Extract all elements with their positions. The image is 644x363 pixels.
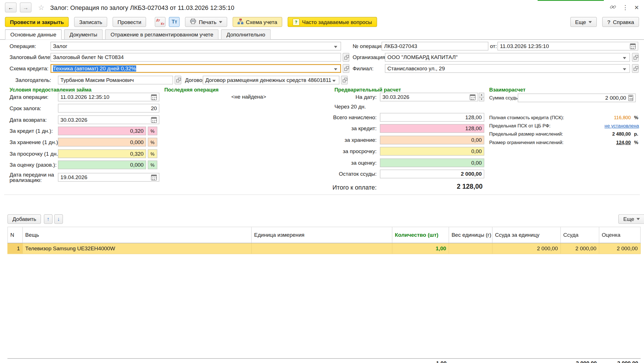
- tab-regulated-accounting[interactable]: Отражение в регламентированном учете: [105, 29, 219, 39]
- cell-n[interactable]: 1: [7, 243, 23, 254]
- column-header-unit[interactable]: Единица измерения: [251, 227, 392, 243]
- last-operation-value: <не найдена>: [164, 94, 333, 100]
- pledger-input[interactable]: Турбанов Максим Романович: [58, 76, 173, 84]
- overdue-rate-input[interactable]: 0,320: [58, 149, 146, 158]
- kebab-menu-icon[interactable]: ⋮: [622, 4, 628, 11]
- open-icon[interactable]: [343, 64, 349, 73]
- ticket-input[interactable]: Залоговый билет № СТ0834: [51, 53, 341, 62]
- column-header-loan-per-unit[interactable]: Ссуда за единицу: [493, 227, 561, 243]
- open-icon[interactable]: [175, 76, 181, 84]
- spinner-down-icon: ▼: [479, 97, 484, 101]
- cell-unit[interactable]: [251, 243, 392, 254]
- save-button[interactable]: Записать: [74, 17, 107, 27]
- accounting-scheme-button[interactable]: Схема учета: [233, 17, 282, 27]
- op-date-input[interactable]: 11.03.2026 12:35:10: [497, 42, 638, 51]
- chevron-down-icon[interactable]: [331, 77, 337, 84]
- more-button[interactable]: Еще: [570, 17, 597, 27]
- term-input[interactable]: 20: [58, 104, 159, 113]
- forward-button[interactable]: →: [20, 3, 31, 12]
- loan-balance-input[interactable]: 2 000,00: [380, 169, 484, 178]
- chevron-down-icon[interactable]: [622, 54, 628, 61]
- branch-input[interactable]: Станиславского ул., 29: [385, 64, 630, 73]
- column-header-weight[interactable]: Вес единицы (г): [449, 227, 493, 243]
- op-date-label: от:: [490, 43, 497, 49]
- calendar-icon[interactable]: [630, 43, 636, 49]
- items-more-button[interactable]: Еще: [618, 214, 644, 224]
- chevron-down-icon[interactable]: [333, 65, 339, 72]
- items-table: N Вещь Единица измерения Количество (шт)…: [7, 227, 641, 254]
- for-overdue-input[interactable]: 0,00: [380, 147, 484, 156]
- calculator-icon[interactable]: [628, 95, 633, 101]
- main-toolbar: Провести и закрыть Записать Провести ДтК…: [5, 16, 639, 28]
- open-icon[interactable]: [632, 53, 638, 62]
- total-due-value: 2 128,00: [380, 183, 483, 190]
- calendar-icon[interactable]: [151, 174, 157, 180]
- open-icon[interactable]: [632, 64, 638, 73]
- help-button[interactable]: ? Справка: [602, 17, 639, 27]
- organization-input[interactable]: ООО "ЛОМБАРД КАПИТАЛ": [385, 53, 630, 62]
- column-header-n[interactable]: N: [7, 227, 23, 243]
- tab-additional[interactable]: Дополнительно: [221, 29, 271, 39]
- table-row[interactable]: 1 Телевизор Samsung UE32EH4000W 1,00 2 0…: [7, 243, 641, 254]
- back-button[interactable]: ←: [5, 3, 17, 12]
- print-button[interactable]: Печать: [185, 17, 227, 27]
- close-icon[interactable]: ✕: [634, 4, 639, 11]
- accrual-limit-link[interactable]: 124,00: [588, 140, 631, 145]
- contract-input[interactable]: Договор размещения денежных средств 4860…: [203, 76, 339, 84]
- section-divider: [4, 194, 640, 195]
- tab-documents[interactable]: Документы: [64, 29, 103, 39]
- title-bar: ← → ☆ Залог: Операция по залогу ЛКБЗ-027…: [0, 0, 644, 15]
- loan-amount-input[interactable]: 2 000,00: [518, 94, 636, 102]
- credit-rate-unit: %: [148, 127, 157, 135]
- post-button[interactable]: Провести: [112, 17, 146, 27]
- transfer-date-input[interactable]: 19.04.2026: [58, 173, 159, 182]
- cell-appraisal[interactable]: 2 000,00: [599, 243, 641, 254]
- favorite-star-icon[interactable]: ☆: [38, 3, 44, 12]
- move-down-button[interactable]: ↓: [54, 214, 63, 224]
- add-item-button[interactable]: Добавить: [7, 214, 41, 224]
- pre-calc-title: Предварительный расчет: [334, 87, 401, 93]
- post-and-close-button[interactable]: Провести и закрыть: [5, 17, 69, 27]
- calendar-icon[interactable]: [470, 94, 476, 100]
- on-date-input[interactable]: 30.03.2026: [380, 93, 478, 101]
- cell-loan-per-unit[interactable]: 2 000,00: [493, 243, 561, 254]
- calendar-icon[interactable]: [151, 94, 157, 100]
- faq-button[interactable]: ? Часто задаваемые вопросы: [288, 17, 377, 27]
- operation-label: Операция:: [10, 43, 36, 49]
- open-icon[interactable]: [343, 53, 349, 62]
- credit-scheme-input[interactable]: Техника (автомат) 20 дней 0,32%: [51, 64, 341, 73]
- for-appraisal-input[interactable]: 0,00: [380, 158, 484, 167]
- dtkt-button[interactable]: ДтКт: [155, 17, 166, 27]
- text-toggle-button[interactable]: Тт: [169, 17, 180, 27]
- operation-date-input[interactable]: 11.03.2026 12:35:10: [58, 93, 159, 101]
- calendar-icon[interactable]: [151, 117, 157, 123]
- storage-rate-input[interactable]: 0,000: [58, 138, 146, 147]
- accrual-limit-label: Размер ограничения начислений:: [489, 140, 563, 145]
- link-icon[interactable]: [610, 3, 616, 11]
- credit-rate-input[interactable]: 0,320: [58, 127, 146, 135]
- cell-loan[interactable]: 2 000,00: [561, 243, 599, 254]
- return-date-input[interactable]: 30.03.2026: [58, 116, 159, 124]
- for-storage-input[interactable]: 0,00: [380, 136, 484, 144]
- chevron-down-icon[interactable]: [333, 43, 339, 50]
- appraisal-rate-input[interactable]: 0,000: [58, 160, 146, 169]
- move-up-button[interactable]: ↑: [44, 214, 53, 224]
- column-header-appraisal[interactable]: Оценка: [599, 227, 641, 243]
- operation-input[interactable]: Залог: [51, 42, 341, 51]
- date-spinner[interactable]: ▲▼: [479, 93, 484, 101]
- term-label: Срок залога:: [10, 105, 41, 111]
- column-header-loan[interactable]: Ссуда: [561, 227, 599, 243]
- column-header-quantity[interactable]: Количество (шт): [392, 227, 449, 243]
- for-credit-input[interactable]: 128,00: [380, 124, 484, 133]
- total-accrued-input[interactable]: 128,00: [380, 113, 484, 122]
- chevron-down-icon[interactable]: [622, 65, 628, 72]
- tab-main-data[interactable]: Основные данные: [5, 29, 62, 40]
- cell-quantity[interactable]: 1,00: [392, 243, 449, 254]
- cell-weight[interactable]: [449, 243, 493, 254]
- psk-limit-link[interactable]: не установлена: [588, 123, 639, 128]
- op-number-input[interactable]: ЛКБЗ-027043: [381, 42, 488, 51]
- column-header-item[interactable]: Вещь: [23, 227, 252, 243]
- cell-item[interactable]: Телевизор Samsung UE32EH4000W: [23, 243, 252, 254]
- open-icon[interactable]: [341, 76, 348, 84]
- text-toggle-icon: Тт: [172, 19, 177, 25]
